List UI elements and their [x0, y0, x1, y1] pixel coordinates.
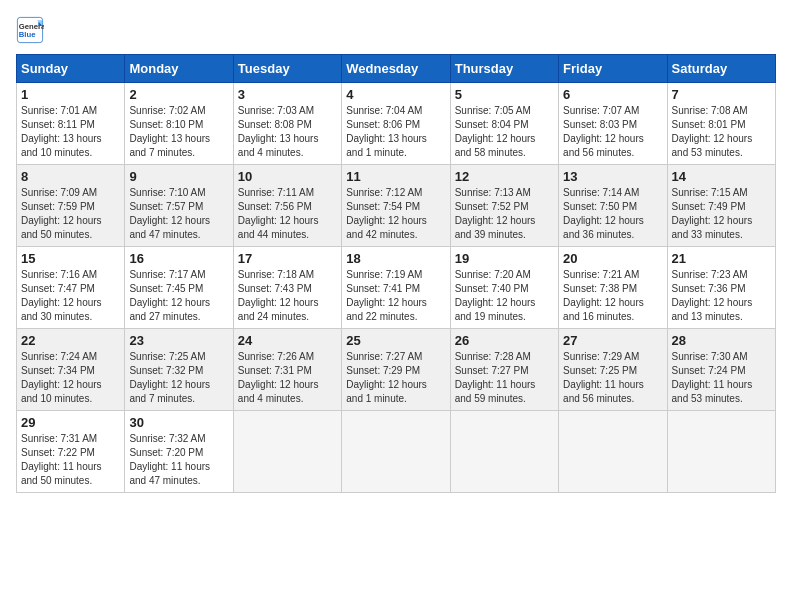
day-number: 8 — [21, 169, 120, 184]
day-number: 9 — [129, 169, 228, 184]
day-info: Sunrise: 7:18 AMSunset: 7:43 PMDaylight:… — [238, 268, 337, 324]
calendar-week-2: 15Sunrise: 7:16 AMSunset: 7:47 PMDayligh… — [17, 247, 776, 329]
day-number: 15 — [21, 251, 120, 266]
day-number: 1 — [21, 87, 120, 102]
header-tuesday: Tuesday — [233, 55, 341, 83]
calendar-cell: 4Sunrise: 7:04 AMSunset: 8:06 PMDaylight… — [342, 83, 450, 165]
day-number: 20 — [563, 251, 662, 266]
logo-icon: General Blue — [16, 16, 44, 44]
day-info: Sunrise: 7:15 AMSunset: 7:49 PMDaylight:… — [672, 186, 771, 242]
calendar-cell: 25Sunrise: 7:27 AMSunset: 7:29 PMDayligh… — [342, 329, 450, 411]
svg-text:Blue: Blue — [19, 30, 36, 39]
day-number: 29 — [21, 415, 120, 430]
day-info: Sunrise: 7:01 AMSunset: 8:11 PMDaylight:… — [21, 104, 120, 160]
day-info: Sunrise: 7:26 AMSunset: 7:31 PMDaylight:… — [238, 350, 337, 406]
day-info: Sunrise: 7:17 AMSunset: 7:45 PMDaylight:… — [129, 268, 228, 324]
logo: General Blue — [16, 16, 48, 44]
calendar-cell: 24Sunrise: 7:26 AMSunset: 7:31 PMDayligh… — [233, 329, 341, 411]
calendar-table: SundayMondayTuesdayWednesdayThursdayFrid… — [16, 54, 776, 493]
calendar-cell: 19Sunrise: 7:20 AMSunset: 7:40 PMDayligh… — [450, 247, 558, 329]
day-number: 13 — [563, 169, 662, 184]
page-header: General Blue — [16, 16, 776, 44]
day-info: Sunrise: 7:10 AMSunset: 7:57 PMDaylight:… — [129, 186, 228, 242]
calendar-cell: 28Sunrise: 7:30 AMSunset: 7:24 PMDayligh… — [667, 329, 775, 411]
calendar-cell: 11Sunrise: 7:12 AMSunset: 7:54 PMDayligh… — [342, 165, 450, 247]
day-info: Sunrise: 7:02 AMSunset: 8:10 PMDaylight:… — [129, 104, 228, 160]
calendar-cell: 16Sunrise: 7:17 AMSunset: 7:45 PMDayligh… — [125, 247, 233, 329]
header-thursday: Thursday — [450, 55, 558, 83]
day-info: Sunrise: 7:07 AMSunset: 8:03 PMDaylight:… — [563, 104, 662, 160]
calendar-week-3: 22Sunrise: 7:24 AMSunset: 7:34 PMDayligh… — [17, 329, 776, 411]
day-info: Sunrise: 7:25 AMSunset: 7:32 PMDaylight:… — [129, 350, 228, 406]
header-monday: Monday — [125, 55, 233, 83]
day-info: Sunrise: 7:12 AMSunset: 7:54 PMDaylight:… — [346, 186, 445, 242]
calendar-cell — [342, 411, 450, 493]
day-number: 25 — [346, 333, 445, 348]
day-number: 23 — [129, 333, 228, 348]
calendar-cell — [450, 411, 558, 493]
day-number: 28 — [672, 333, 771, 348]
day-number: 6 — [563, 87, 662, 102]
day-number: 14 — [672, 169, 771, 184]
calendar-week-4: 29Sunrise: 7:31 AMSunset: 7:22 PMDayligh… — [17, 411, 776, 493]
calendar-cell: 12Sunrise: 7:13 AMSunset: 7:52 PMDayligh… — [450, 165, 558, 247]
header-sunday: Sunday — [17, 55, 125, 83]
calendar-cell: 18Sunrise: 7:19 AMSunset: 7:41 PMDayligh… — [342, 247, 450, 329]
day-number: 24 — [238, 333, 337, 348]
header-saturday: Saturday — [667, 55, 775, 83]
calendar-cell: 1Sunrise: 7:01 AMSunset: 8:11 PMDaylight… — [17, 83, 125, 165]
calendar-cell: 21Sunrise: 7:23 AMSunset: 7:36 PMDayligh… — [667, 247, 775, 329]
day-number: 10 — [238, 169, 337, 184]
day-info: Sunrise: 7:30 AMSunset: 7:24 PMDaylight:… — [672, 350, 771, 406]
calendar-cell: 15Sunrise: 7:16 AMSunset: 7:47 PMDayligh… — [17, 247, 125, 329]
day-info: Sunrise: 7:28 AMSunset: 7:27 PMDaylight:… — [455, 350, 554, 406]
calendar-cell: 20Sunrise: 7:21 AMSunset: 7:38 PMDayligh… — [559, 247, 667, 329]
day-info: Sunrise: 7:05 AMSunset: 8:04 PMDaylight:… — [455, 104, 554, 160]
calendar-cell: 8Sunrise: 7:09 AMSunset: 7:59 PMDaylight… — [17, 165, 125, 247]
day-number: 21 — [672, 251, 771, 266]
day-number: 5 — [455, 87, 554, 102]
day-info: Sunrise: 7:16 AMSunset: 7:47 PMDaylight:… — [21, 268, 120, 324]
calendar-cell: 22Sunrise: 7:24 AMSunset: 7:34 PMDayligh… — [17, 329, 125, 411]
day-number: 18 — [346, 251, 445, 266]
day-number: 17 — [238, 251, 337, 266]
calendar-cell: 9Sunrise: 7:10 AMSunset: 7:57 PMDaylight… — [125, 165, 233, 247]
day-info: Sunrise: 7:14 AMSunset: 7:50 PMDaylight:… — [563, 186, 662, 242]
calendar-cell — [233, 411, 341, 493]
calendar-week-1: 8Sunrise: 7:09 AMSunset: 7:59 PMDaylight… — [17, 165, 776, 247]
day-info: Sunrise: 7:27 AMSunset: 7:29 PMDaylight:… — [346, 350, 445, 406]
day-info: Sunrise: 7:24 AMSunset: 7:34 PMDaylight:… — [21, 350, 120, 406]
calendar-cell: 13Sunrise: 7:14 AMSunset: 7:50 PMDayligh… — [559, 165, 667, 247]
header-wednesday: Wednesday — [342, 55, 450, 83]
calendar-cell: 14Sunrise: 7:15 AMSunset: 7:49 PMDayligh… — [667, 165, 775, 247]
header-friday: Friday — [559, 55, 667, 83]
day-info: Sunrise: 7:20 AMSunset: 7:40 PMDaylight:… — [455, 268, 554, 324]
calendar-cell: 5Sunrise: 7:05 AMSunset: 8:04 PMDaylight… — [450, 83, 558, 165]
calendar-cell: 30Sunrise: 7:32 AMSunset: 7:20 PMDayligh… — [125, 411, 233, 493]
calendar-cell — [667, 411, 775, 493]
day-info: Sunrise: 7:11 AMSunset: 7:56 PMDaylight:… — [238, 186, 337, 242]
day-info: Sunrise: 7:23 AMSunset: 7:36 PMDaylight:… — [672, 268, 771, 324]
day-info: Sunrise: 7:32 AMSunset: 7:20 PMDaylight:… — [129, 432, 228, 488]
calendar-cell: 23Sunrise: 7:25 AMSunset: 7:32 PMDayligh… — [125, 329, 233, 411]
calendar-cell: 2Sunrise: 7:02 AMSunset: 8:10 PMDaylight… — [125, 83, 233, 165]
day-number: 3 — [238, 87, 337, 102]
calendar-cell: 17Sunrise: 7:18 AMSunset: 7:43 PMDayligh… — [233, 247, 341, 329]
day-info: Sunrise: 7:31 AMSunset: 7:22 PMDaylight:… — [21, 432, 120, 488]
day-info: Sunrise: 7:29 AMSunset: 7:25 PMDaylight:… — [563, 350, 662, 406]
day-number: 7 — [672, 87, 771, 102]
day-number: 22 — [21, 333, 120, 348]
day-info: Sunrise: 7:03 AMSunset: 8:08 PMDaylight:… — [238, 104, 337, 160]
calendar-cell: 6Sunrise: 7:07 AMSunset: 8:03 PMDaylight… — [559, 83, 667, 165]
calendar-cell: 10Sunrise: 7:11 AMSunset: 7:56 PMDayligh… — [233, 165, 341, 247]
calendar-header-row: SundayMondayTuesdayWednesdayThursdayFrid… — [17, 55, 776, 83]
day-info: Sunrise: 7:08 AMSunset: 8:01 PMDaylight:… — [672, 104, 771, 160]
calendar-cell — [559, 411, 667, 493]
day-number: 26 — [455, 333, 554, 348]
day-info: Sunrise: 7:04 AMSunset: 8:06 PMDaylight:… — [346, 104, 445, 160]
calendar-cell: 3Sunrise: 7:03 AMSunset: 8:08 PMDaylight… — [233, 83, 341, 165]
day-number: 12 — [455, 169, 554, 184]
day-info: Sunrise: 7:13 AMSunset: 7:52 PMDaylight:… — [455, 186, 554, 242]
day-info: Sunrise: 7:21 AMSunset: 7:38 PMDaylight:… — [563, 268, 662, 324]
day-number: 19 — [455, 251, 554, 266]
